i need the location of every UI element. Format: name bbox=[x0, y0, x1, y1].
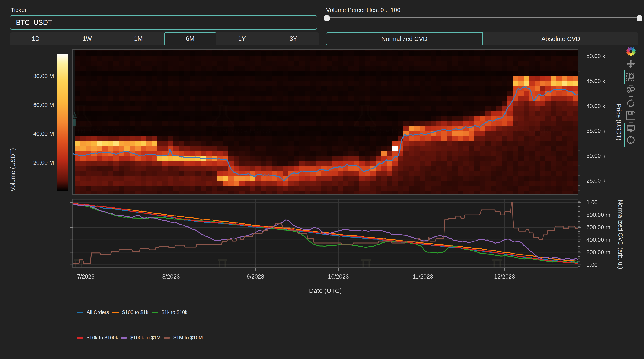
svg-text:35.00 k: 35.00 k bbox=[586, 128, 606, 134]
svg-text:25.00 k: 25.00 k bbox=[586, 178, 606, 184]
svg-text:200.00 m: 200.00 m bbox=[586, 249, 610, 256]
svg-text:Price (USDT): Price (USDT) bbox=[616, 104, 622, 140]
svg-text:INDICATORS: INDICATORS bbox=[361, 127, 413, 135]
svg-text:Normalized CVD (arb. u.): Normalized CVD (arb. u.) bbox=[617, 200, 624, 269]
svg-text:45.00 k: 45.00 k bbox=[586, 78, 606, 84]
svg-text:60.00 M: 60.00 M bbox=[33, 102, 54, 108]
svg-text:40.00 M: 40.00 M bbox=[33, 130, 54, 137]
svg-text:Volume (USDT): Volume (USDT) bbox=[10, 148, 16, 191]
svg-text:400.00 m: 400.00 m bbox=[586, 237, 610, 243]
svg-text:40.00 k: 40.00 k bbox=[586, 103, 606, 109]
svg-text:9/2023: 9/2023 bbox=[247, 274, 264, 280]
svg-text:12/2023: 12/2023 bbox=[494, 274, 515, 280]
svg-text:Date (UTC): Date (UTC) bbox=[309, 287, 342, 294]
svg-text:800.00 m: 800.00 m bbox=[586, 212, 610, 218]
svg-text:11/2023: 11/2023 bbox=[413, 274, 433, 280]
svg-text:INDICATORS: INDICATORS bbox=[219, 127, 272, 135]
svg-text:50.00 k: 50.00 k bbox=[586, 53, 606, 59]
svg-text:INDICATORS: INDICATORS bbox=[503, 127, 555, 135]
svg-text:10/2023: 10/2023 bbox=[328, 274, 349, 280]
svg-text:0.00: 0.00 bbox=[586, 262, 598, 268]
svg-text:600.00 m: 600.00 m bbox=[586, 224, 610, 230]
svg-text:30.00 k: 30.00 k bbox=[586, 152, 606, 159]
svg-text:80.00 M: 80.00 M bbox=[33, 73, 54, 80]
svg-text:7/2023: 7/2023 bbox=[77, 274, 95, 280]
svg-text:20.00 M: 20.00 M bbox=[33, 160, 54, 166]
svg-text:1.00: 1.00 bbox=[586, 199, 598, 206]
svg-text:INDICATORS: INDICATORS bbox=[78, 127, 130, 135]
svg-text:8/2023: 8/2023 bbox=[162, 274, 180, 280]
